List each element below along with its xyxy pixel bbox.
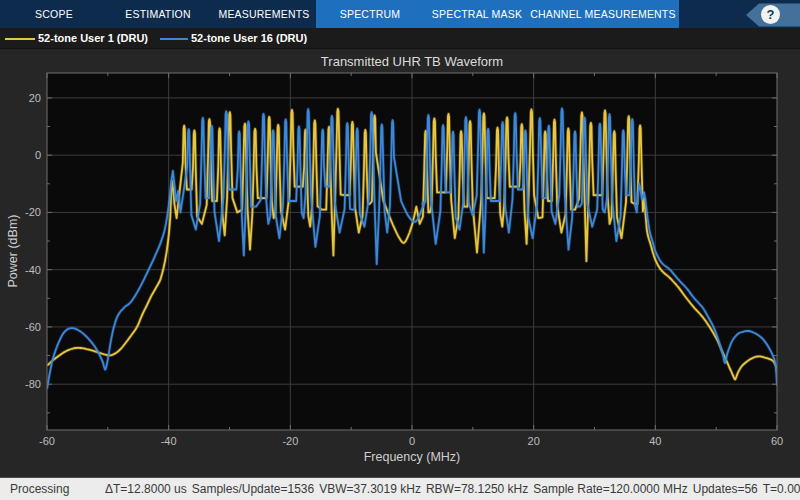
status-item: VBW=37.3019 kHz (319, 482, 421, 496)
tab-spectral-mask[interactable]: SPECTRAL MASK (432, 0, 522, 28)
toolstrip: SCOPE ESTIMATION MEASUREMENTS SPECTRUM S… (0, 0, 800, 28)
tab-measurements[interactable]: MEASUREMENTS (218, 0, 309, 28)
spectrum-plot: -60-40-200204060200-20-40-60-80 (0, 49, 800, 477)
status-item: Updates=56 (693, 482, 758, 496)
tab-spectrum[interactable]: SPECTRUM (340, 0, 401, 28)
x-tick-label: 60 (771, 435, 783, 447)
y-tick-label: -20 (25, 206, 41, 218)
y-axis-label: Power (dBm) (6, 101, 22, 401)
legend-label-user16: 52-tone User 16 (DRU) (191, 28, 307, 48)
status-items: ΔT=12.8000 usSamples/Update=1536VBW=37.3… (105, 478, 800, 500)
y-tick-label: -40 (25, 264, 41, 276)
plot-area: Transmitted UHR TB Waveform -60-40-20020… (0, 49, 800, 477)
spectrum-analyzer-window: SCOPE ESTIMATION MEASUREMENTS SPECTRUM S… (0, 0, 800, 500)
x-axis-label: Frequency (MHz) (47, 450, 777, 464)
status-state: Processing (10, 478, 69, 500)
status-item: ΔT=12.8000 us (105, 482, 187, 496)
tab-scope[interactable]: SCOPE (35, 0, 73, 28)
status-item: RBW=78.1250 kHz (426, 482, 528, 496)
y-tick-label: -80 (25, 378, 41, 390)
status-item: T=0.000 (763, 482, 800, 496)
legend-line-user1 (5, 38, 35, 40)
y-tick-label: 0 (35, 149, 41, 161)
status-item: Samples/Update=1536 (192, 482, 314, 496)
help-button[interactable]: ? (761, 5, 780, 24)
plot-title: Transmitted UHR TB Waveform (47, 54, 777, 69)
legend-label-user1: 52-tone User 1 (DRU) (38, 28, 148, 48)
y-tick-label: 20 (29, 92, 41, 104)
x-tick-label: -20 (282, 435, 298, 447)
x-tick-label: 40 (649, 435, 661, 447)
x-tick-label: -60 (39, 435, 55, 447)
y-tick-label: -60 (25, 321, 41, 333)
x-tick-label: -40 (161, 435, 177, 447)
legend-line-user16 (160, 38, 188, 40)
tab-channel-measurements[interactable]: CHANNEL MEASUREMENTS (530, 0, 675, 28)
x-tick-label: 20 (528, 435, 540, 447)
status-item: Sample Rate=120.0000 MHz (533, 482, 687, 496)
tab-estimation[interactable]: ESTIMATION (125, 0, 190, 28)
x-tick-label: 0 (409, 435, 415, 447)
legend: 52-tone User 1 (DRU) 52-tone User 16 (DR… (0, 28, 800, 49)
status-bar: Processing ΔT=12.8000 usSamples/Update=1… (0, 477, 800, 500)
